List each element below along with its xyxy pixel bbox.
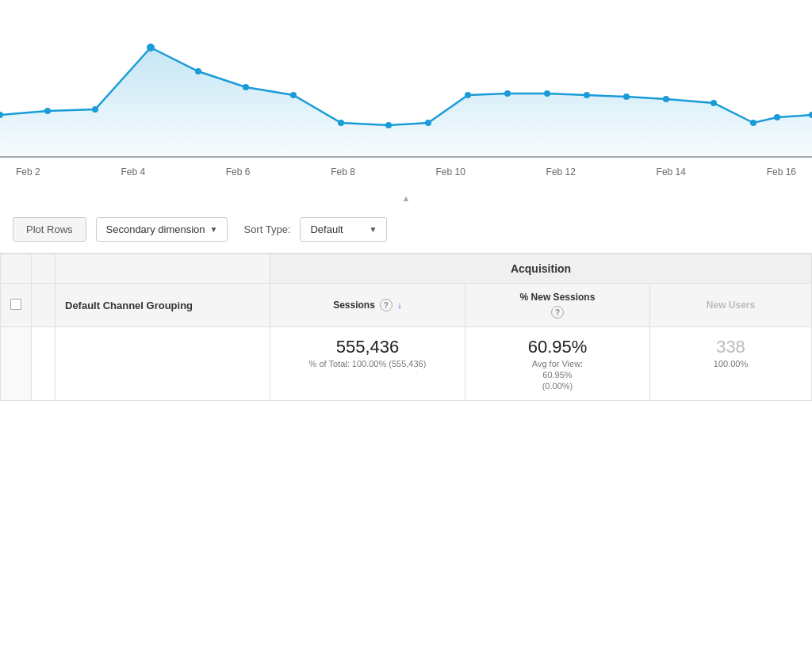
chart-dot	[195, 68, 201, 74]
total-sessions-sub: % of Total: 100.00% (555,436)	[278, 359, 457, 368]
total-sessions-value: 555,436	[278, 337, 457, 357]
sort-default-label: Default	[310, 223, 343, 235]
line-chart: Feb 2 Feb 4 Feb 6 Feb 8 Feb 10 Feb 12 Fe…	[0, 0, 812, 190]
chart-dot	[750, 120, 756, 126]
total-new-sessions-value: 60.95%	[473, 337, 642, 357]
x-label-feb6: Feb 6	[226, 166, 251, 178]
chevron-down-icon: ▼	[210, 225, 218, 234]
chevron-down-icon-sort: ▼	[370, 225, 377, 234]
new-sessions-col-label: % New Sessions	[520, 292, 596, 303]
chart-dot	[425, 120, 431, 126]
chart-dot	[504, 90, 511, 97]
chart-dot	[584, 92, 590, 98]
total-dimension-cell	[56, 327, 270, 401]
chart-dot	[290, 92, 297, 98]
total-sessions-cell: 555,436 % of Total: 100.00% (555,436)	[270, 327, 465, 401]
sort-type-dropdown[interactable]: Default ▼	[300, 217, 387, 242]
sessions-sort-arrow[interactable]: ↓	[397, 300, 402, 311]
subheader-index	[32, 284, 56, 327]
chart-dot	[663, 96, 669, 102]
subheader-new-users[interactable]: New Users	[650, 284, 812, 327]
chart-dot	[44, 108, 51, 114]
header-dimension-col	[56, 254, 270, 284]
chart-dot	[544, 90, 550, 97]
total-new-users-value: 338	[716, 337, 745, 357]
sort-type-label: Sort Type:	[243, 223, 290, 235]
total-new-users-sub: 100.00%	[658, 359, 803, 368]
header-index-col	[32, 254, 56, 284]
x-label-feb8: Feb 8	[331, 166, 355, 178]
x-label-feb4: Feb 4	[121, 166, 145, 178]
x-label-feb16: Feb 16	[767, 166, 796, 178]
plot-rows-button[interactable]: Plot Rows	[13, 217, 86, 242]
secondary-dimension-dropdown[interactable]: Secondary dimension ▼	[96, 217, 228, 242]
header-acquisition: Acquisition	[270, 254, 812, 284]
chart-dot	[338, 120, 344, 126]
subheader-sessions[interactable]: Sessions ? ↓	[270, 284, 465, 327]
subheader-dimension[interactable]: Default Channel Grouping	[56, 284, 270, 327]
subheader-new-sessions[interactable]: % New Sessions ?	[465, 284, 649, 327]
total-new-sessions-sub3: (0.00%)	[473, 381, 642, 391]
secondary-dimension-label: Secondary dimension	[106, 223, 205, 235]
sessions-col-label: Sessions	[333, 300, 375, 311]
total-new-users-cell: 338 100.00%	[650, 327, 812, 401]
chart-dot	[774, 114, 780, 120]
toolbar: Plot Rows Secondary dimension ▼ Sort Typ…	[0, 206, 812, 254]
chart-area	[0, 48, 812, 158]
total-new-sessions-sub1: Avg for View:	[473, 359, 642, 368]
sessions-help-icon[interactable]: ?	[380, 299, 393, 311]
total-index-cell	[32, 327, 56, 401]
chart-dot	[243, 84, 249, 90]
data-table: Acquisition Default Channel Grouping Ses…	[0, 254, 812, 401]
x-label-feb2: Feb 2	[16, 166, 40, 178]
chart-svg	[0, 0, 812, 158]
collapse-indicator[interactable]: ▲	[0, 190, 812, 206]
chart-dot	[710, 100, 717, 106]
x-label-feb12: Feb 12	[546, 166, 576, 178]
chart-dot	[92, 106, 98, 113]
chart-dot	[623, 94, 630, 100]
checkbox-all[interactable]	[10, 299, 21, 310]
new-sessions-help-icon[interactable]: ?	[551, 306, 564, 319]
total-new-sessions-cell: 60.95% Avg for View: 60.95% (0.00%)	[465, 327, 649, 401]
chart-dot	[465, 92, 471, 98]
x-label-feb14: Feb 14	[657, 166, 686, 178]
table-total-row: 555,436 % of Total: 100.00% (555,436) 60…	[1, 327, 812, 401]
subheader-checkbox	[1, 284, 32, 327]
total-checkbox-cell	[1, 327, 32, 401]
chart-x-axis: Feb 2 Feb 4 Feb 6 Feb 8 Feb 10 Feb 12 Fe…	[0, 162, 812, 178]
x-label-feb10: Feb 10	[436, 166, 465, 178]
chart-dot	[385, 122, 392, 128]
total-new-sessions-sub2: 60.95%	[473, 370, 642, 380]
chart-dot-peak	[147, 44, 155, 52]
header-checkbox-col	[1, 254, 32, 284]
